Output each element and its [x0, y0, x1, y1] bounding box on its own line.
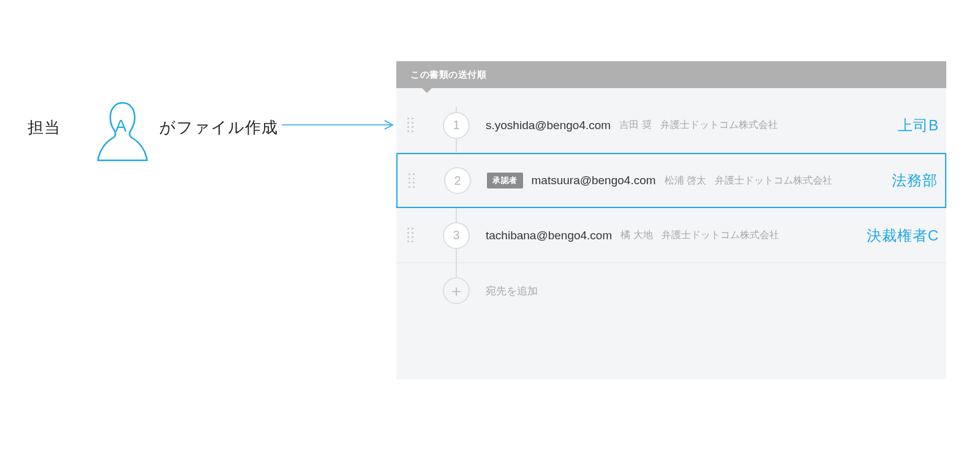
drag-handle-icon[interactable]: [396, 228, 424, 243]
recipient-email: tachibana@bengo4.com: [486, 229, 612, 242]
row-content: s.yoshida@bengo4.com 吉田 奨 弁護士ドットコム株式会社: [486, 119, 946, 132]
recipient-company: 弁護士ドットコム株式会社: [660, 119, 778, 132]
recipient-row[interactable]: 3 tachibana@bengo4.com 橘 大地 弁護士ドットコム株式会社…: [396, 208, 946, 263]
row-annotation: 上司B: [898, 116, 939, 135]
step-number: 2: [444, 167, 471, 194]
creator-cluster: 担当 A がファイル作成: [28, 95, 352, 168]
recipient-email: matsuura@bengo4.com: [532, 174, 656, 187]
recipient-name: 松浦 啓太: [665, 174, 706, 187]
add-recipient-row: ＋ 宛先を追加: [396, 263, 946, 318]
rows-wrap: 1 s.yoshida@bengo4.com 吉田 奨 弁護士ドットコム株式会社…: [396, 88, 946, 318]
step-number: 3: [443, 222, 470, 249]
add-recipient-button[interactable]: ＋: [443, 277, 470, 304]
panel-header: この書類の送付順: [396, 61, 946, 88]
arrow-icon: [282, 119, 398, 131]
send-order-panel: この書類の送付順 1 s.yoshida@bengo4.com 吉田 奨 弁護士…: [396, 61, 946, 379]
row-annotation: 決裁権者C: [867, 226, 939, 245]
recipient-company: 弁護士ドットコム株式会社: [662, 229, 779, 242]
drag-handle-icon[interactable]: [396, 118, 424, 133]
step-number: 1: [443, 112, 470, 139]
drag-handle-icon[interactable]: [398, 173, 426, 188]
recipient-row[interactable]: 2 承認者 matsuura@bengo4.com 松浦 啓太 弁護士ドットコム…: [396, 153, 946, 208]
text-role-suffix: がファイル作成: [159, 117, 278, 138]
text-role-prefix: 担当: [28, 117, 61, 138]
row-content: 承認者 matsuura@bengo4.com 松浦 啓太 弁護士ドットコム株式…: [487, 173, 945, 188]
recipient-row[interactable]: 1 s.yoshida@bengo4.com 吉田 奨 弁護士ドットコム株式会社…: [396, 98, 946, 153]
row-annotation: 法務部: [892, 171, 938, 190]
recipient-name: 吉田 奨: [619, 119, 651, 132]
panel-title: この書類の送付順: [410, 69, 486, 81]
person-letter: A: [115, 116, 127, 136]
approver-badge: 承認者: [487, 173, 523, 188]
recipient-company: 弁護士ドットコム株式会社: [715, 174, 832, 187]
recipient-email: s.yoshida@bengo4.com: [486, 119, 611, 132]
recipient-name: 橘 大地: [620, 229, 652, 242]
add-recipient-label: 宛先を追加: [486, 284, 538, 298]
